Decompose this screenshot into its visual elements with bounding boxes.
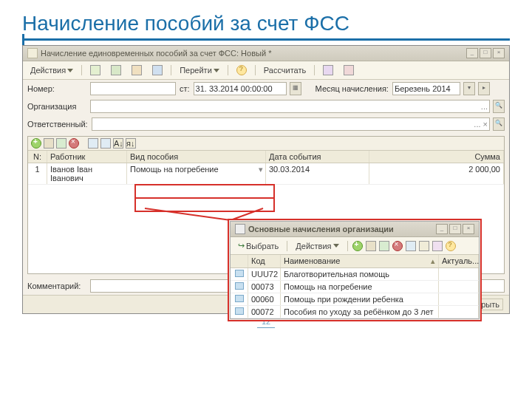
- sort-desc-icon[interactable]: я↓: [126, 138, 136, 149]
- cell-type[interactable]: Помощь на погребение▾: [127, 163, 266, 184]
- cell-n: 1: [28, 163, 47, 184]
- popup-tb4-icon[interactable]: [419, 241, 429, 251]
- calc-button[interactable]: Рассчитать: [260, 64, 310, 76]
- number-input[interactable]: [90, 82, 176, 95]
- popup-max-button[interactable]: □: [449, 224, 461, 234]
- popup-min-button[interactable]: _: [436, 224, 448, 234]
- org-input[interactable]: ...: [90, 100, 490, 113]
- lookup-popup: Основные начисления организации _ □ × ↪ …: [228, 219, 482, 321]
- help-button[interactable]: [233, 64, 250, 77]
- col-date[interactable]: Дата события: [266, 151, 369, 163]
- cell-employee: Іванов Іван Іванович: [47, 163, 127, 184]
- popup-tb3-icon[interactable]: [406, 241, 416, 251]
- grid-header: N: Работник Вид пособия Дата события Сум…: [28, 151, 504, 163]
- popup-add-icon[interactable]: [352, 241, 363, 251]
- popup-col-code[interactable]: Код: [248, 255, 281, 267]
- popup-col-name[interactable]: Наименование ▴: [281, 255, 439, 267]
- col-sum[interactable]: Сумма: [369, 151, 504, 163]
- resp-lookup-button[interactable]: 🔍: [493, 117, 505, 131]
- main-toolbar: Действия Перейти Рассчитать: [23, 61, 509, 80]
- copy-row-icon[interactable]: [56, 138, 66, 149]
- popup-help-icon[interactable]: [446, 241, 456, 251]
- month-prev-button[interactable]: ▾: [463, 82, 475, 95]
- col-n[interactable]: N:: [28, 151, 47, 163]
- popup-grid-header: Код Наименование ▴ Актуаль...: [231, 255, 479, 268]
- popup-col-actual[interactable]: Актуаль...: [439, 255, 479, 267]
- org-lookup-button[interactable]: 🔍: [493, 100, 505, 113]
- list-item[interactable]: 00072Пособия по уходу за ребёнком до 3 л…: [231, 306, 479, 318]
- edit-row-icon[interactable]: [44, 138, 54, 149]
- month-label: Месяц начисления:: [316, 84, 389, 93]
- popup-tb5-icon[interactable]: [432, 241, 443, 251]
- resp-input[interactable]: ... ×: [92, 117, 490, 131]
- popup-title: Основные начисления организации: [248, 225, 394, 233]
- toolbar-icon-6[interactable]: [340, 64, 358, 77]
- table-row[interactable]: 1 Іванов Іван Іванович Помощь на погребе…: [28, 163, 504, 185]
- close-button[interactable]: ×: [493, 48, 505, 58]
- date-input[interactable]: 31. 33.2014 00:00:00: [194, 82, 287, 95]
- popup-tb2-icon[interactable]: [379, 241, 389, 251]
- toolbar-icon-2[interactable]: [107, 64, 125, 77]
- toolbar-icon-3[interactable]: [128, 64, 146, 77]
- title-underline: [22, 38, 510, 41]
- resp-label: Ответственный:: [27, 120, 88, 129]
- date-picker-button[interactable]: ▦: [290, 82, 301, 95]
- popup-close-button[interactable]: ×: [463, 224, 474, 234]
- minimize-button[interactable]: _: [466, 48, 478, 58]
- window-titlebar: Начисление единовременных пособий за сче…: [23, 46, 509, 61]
- month-input[interactable]: Березень 2014: [392, 82, 460, 95]
- sort-asc-icon[interactable]: A↓: [113, 138, 123, 149]
- highlight-type-cell: [134, 197, 275, 212]
- number-label: Номер:: [27, 84, 86, 93]
- popup-actions-menu[interactable]: Действия: [292, 240, 342, 252]
- list-item[interactable]: UUU72Благотворительная помощь: [231, 268, 479, 281]
- slide-title: Начисление пособий за счет ФСС: [22, 12, 510, 35]
- actions-menu[interactable]: Действия: [27, 64, 77, 76]
- popup-del-icon[interactable]: [392, 241, 403, 251]
- popup-icon: [235, 224, 245, 234]
- popup-tb1-icon[interactable]: [366, 241, 376, 251]
- grid-toolbar: A↓ я↓: [28, 137, 504, 151]
- date-label: ст:: [180, 84, 190, 93]
- popup-toolbar: ↪ Выбрать Действия: [231, 237, 479, 255]
- popup-titlebar: Основные начисления организации _ □ ×: [231, 222, 479, 237]
- move-up-icon[interactable]: [88, 138, 98, 149]
- goto-menu[interactable]: Перейти: [176, 64, 223, 76]
- col-type[interactable]: Вид пособия: [127, 151, 266, 163]
- toolbar-icon-1[interactable]: [86, 64, 104, 77]
- org-label: Организация: [27, 102, 86, 111]
- maximize-button[interactable]: □: [480, 48, 491, 58]
- toolbar-icon-5[interactable]: [319, 64, 337, 77]
- window-title: Начисление единовременных пособий за сче…: [41, 49, 271, 58]
- delete-row-icon[interactable]: [69, 138, 79, 149]
- app-icon: [27, 48, 38, 58]
- list-item[interactable]: 00060Помощь при рождении ребенка: [231, 293, 479, 306]
- comment-label: Комментарий:: [27, 282, 86, 290]
- cell-date: 30.03.2014: [266, 163, 369, 184]
- col-employee[interactable]: Работник: [47, 151, 127, 163]
- month-next-button[interactable]: ▸: [478, 82, 490, 95]
- list-item[interactable]: 00073Помощь на погребение: [231, 281, 479, 293]
- add-row-icon[interactable]: [31, 138, 41, 149]
- toolbar-icon-4[interactable]: [149, 64, 166, 77]
- popup-select-button[interactable]: ↪ Выбрать: [234, 239, 282, 252]
- highlight-type-header: [134, 184, 275, 199]
- move-down-icon[interactable]: [100, 138, 111, 149]
- cell-sum: 2 000,00: [369, 163, 504, 184]
